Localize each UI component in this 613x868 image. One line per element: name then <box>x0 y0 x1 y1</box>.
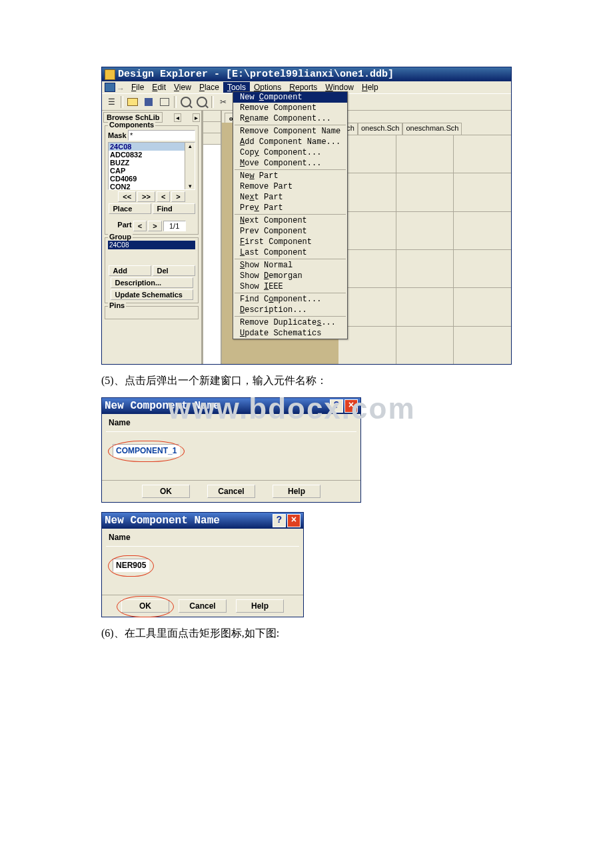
menu-item[interactable]: Add Component Name... <box>233 137 347 147</box>
menu-item[interactable]: Update Schematics <box>233 328 347 339</box>
menu-item[interactable]: First Component <box>233 237 347 247</box>
menu-item[interactable]: Copy Component... <box>233 147 347 158</box>
ok-button[interactable]: OK <box>142 485 190 498</box>
side-panel: Browse SchLib ◂ ▸ Components Mask * 24C0… <box>102 111 202 364</box>
del-button[interactable]: Del <box>153 265 195 276</box>
dialog-title-bar: New Component Name ? × <box>102 398 360 414</box>
menu-item[interactable]: Remove Component Name <box>233 126 347 137</box>
pins-fieldset: Pins <box>105 306 199 319</box>
menu-item[interactable]: Show Demorgan <box>233 271 347 281</box>
group-fieldset: Group 24C08 Add Del Description... Updat… <box>105 237 199 303</box>
group-legend: Group <box>108 233 133 241</box>
menu-item[interactable]: Remove Component <box>233 103 347 113</box>
menu-item[interactable]: New Component <box>233 92 347 103</box>
menu-item[interactable]: Prev Component <box>233 226 347 237</box>
open-icon[interactable] <box>126 95 139 109</box>
components-legend: Components <box>108 121 155 129</box>
forward-icon[interactable]: → <box>117 84 126 91</box>
part-prev-button[interactable]: < <box>133 221 147 231</box>
components-fieldset: Components Mask * 24C08ADC0832BUZZCAPCD4… <box>105 125 199 235</box>
save-icon[interactable] <box>142 95 155 109</box>
zoom-in-icon[interactable] <box>179 95 193 109</box>
tab-scroll-right[interactable]: ▸ <box>193 113 200 122</box>
add-button[interactable]: Add <box>109 265 151 276</box>
list-item[interactable]: CON2 <box>109 183 195 190</box>
menu-item[interactable]: Next Component <box>233 215 347 226</box>
menu-item[interactable]: Remove Part <box>233 181 347 192</box>
component-name-input[interactable]: NER905 <box>113 559 149 572</box>
step-5-text: (5)、点击后弹出一个新建窗口，输入元件名称： <box>101 374 512 388</box>
menu-edit[interactable]: Edit <box>148 82 170 93</box>
dialog-close-icon[interactable]: × <box>344 399 358 413</box>
mask-label: Mask <box>108 131 127 139</box>
list-item[interactable]: BUZZ <box>109 159 195 167</box>
dialog-title: New Component Name <box>105 515 220 527</box>
part-next-button[interactable]: > <box>148 221 161 231</box>
vertical-divider <box>202 111 222 364</box>
menu-item[interactable]: Next Part <box>233 192 347 203</box>
menu-item[interactable]: Show Normal <box>233 260 347 271</box>
list-item[interactable]: ADC0832 <box>109 151 195 159</box>
right-tab-oneschman[interactable]: oneschman.Sch <box>402 123 462 135</box>
menu-item[interactable]: Last Component <box>233 247 347 258</box>
group-selection[interactable]: 24C08 <box>108 241 195 249</box>
tab-scroll-left[interactable]: ◂ <box>174 113 181 122</box>
menu-item[interactable]: Prev Part <box>233 203 347 213</box>
find-button[interactable]: Find <box>153 203 195 214</box>
menu-item[interactable]: Rename Component... <box>233 113 347 124</box>
components-listbox[interactable]: 24C08ADC0832BUZZCAPCD4069CON2 ▴▾ <box>108 142 195 190</box>
place-button[interactable]: Place <box>109 203 151 214</box>
component-name-input[interactable]: COMPONENT_1 <box>113 444 180 457</box>
tools-dropdown-menu[interactable]: New ComponentRemove ComponentRename Comp… <box>233 91 348 339</box>
menu-item[interactable]: Description... <box>233 305 347 315</box>
nav-prev-button[interactable]: < <box>157 191 170 202</box>
cancel-button[interactable]: Cancel <box>179 599 227 613</box>
menu-item[interactable]: Move Component... <box>233 158 347 169</box>
nav-next-button[interactable]: >> <box>137 191 155 202</box>
menu-help[interactable]: Help <box>358 82 382 93</box>
pins-legend: Pins <box>108 301 126 309</box>
right-tab-onesch[interactable]: onesch.Sch <box>358 123 402 135</box>
dialog-title-bar: New Component Name ? × <box>102 513 303 529</box>
cancel-button[interactable]: Cancel <box>207 485 255 498</box>
cut-icon[interactable]: ✂ <box>217 95 230 109</box>
help-button[interactable]: Help <box>236 599 284 613</box>
dialog-name-label: Name <box>106 531 299 546</box>
listbox-scrollbar[interactable]: ▴▾ <box>185 143 195 189</box>
part-index: 1/1 <box>163 221 186 231</box>
new-component-dialog-2: New Component Name ? × Name NER905 OK Ca… <box>101 512 304 617</box>
thumbnail-panel: Sch onesch.Sch oneschman.Sch <box>338 123 511 364</box>
menu-place[interactable]: Place <box>195 82 223 93</box>
dialog-help-icon[interactable]: ? <box>273 514 286 527</box>
list-item[interactable]: CD4069 <box>109 175 195 183</box>
thumbnail-grid <box>338 135 511 364</box>
step-6-text: (6)、在工具里面点击矩形图标,如下图: <box>101 627 512 641</box>
menu-file[interactable]: File <box>127 82 148 93</box>
update-schematics-button[interactable]: Update Schematics <box>111 289 193 300</box>
description-button[interactable]: Description... <box>111 277 193 288</box>
nav-last-button[interactable]: > <box>171 191 185 202</box>
design-explorer-window: Design Explorer - [E:\protel99lianxi\one… <box>101 67 512 365</box>
print-icon[interactable] <box>158 95 171 109</box>
window-title: Design Explorer - [E:\protel99lianxi\one… <box>118 69 394 80</box>
dialog-title: New Component Name <box>105 400 220 412</box>
menu-item[interactable]: New Part <box>233 171 347 181</box>
part-label: Part <box>117 221 131 231</box>
menu-view[interactable]: View <box>170 82 195 93</box>
app-icon <box>105 69 115 80</box>
dialog-help-icon[interactable]: ? <box>330 399 343 413</box>
menu-item[interactable]: Show IEEE <box>233 281 347 292</box>
help-button[interactable]: Help <box>273 485 320 498</box>
list-item[interactable]: CAP <box>109 167 195 175</box>
back-folder-icon[interactable] <box>105 83 115 92</box>
mask-input[interactable]: * <box>128 130 195 141</box>
title-bar: Design Explorer - [E:\protel99lianxi\one… <box>102 67 511 81</box>
dialog-close-icon[interactable]: × <box>287 514 301 527</box>
ok-button[interactable]: OK <box>121 599 169 613</box>
menu-item[interactable]: Find Component... <box>233 294 347 305</box>
nav-first-button[interactable]: << <box>118 191 136 202</box>
zoom-out-icon[interactable] <box>195 95 209 109</box>
menu-item[interactable]: Remove Duplicates... <box>233 317 347 328</box>
list-item[interactable]: 24C08 <box>109 143 195 151</box>
tree-toggle-icon[interactable]: ☰ <box>105 95 118 109</box>
